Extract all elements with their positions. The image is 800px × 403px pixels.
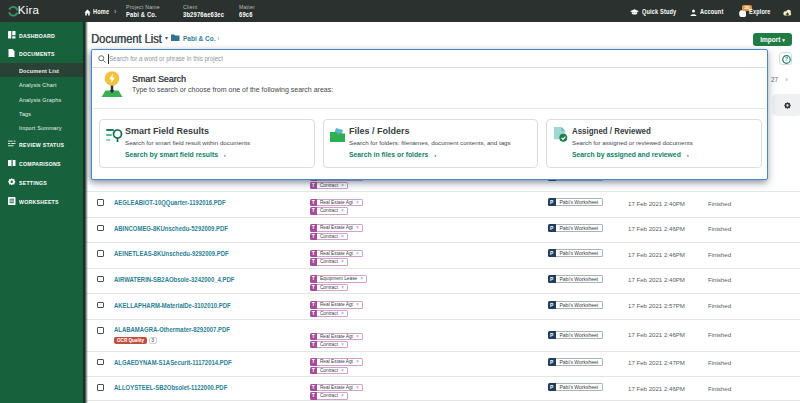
svg-text:?: ? — [784, 56, 787, 62]
